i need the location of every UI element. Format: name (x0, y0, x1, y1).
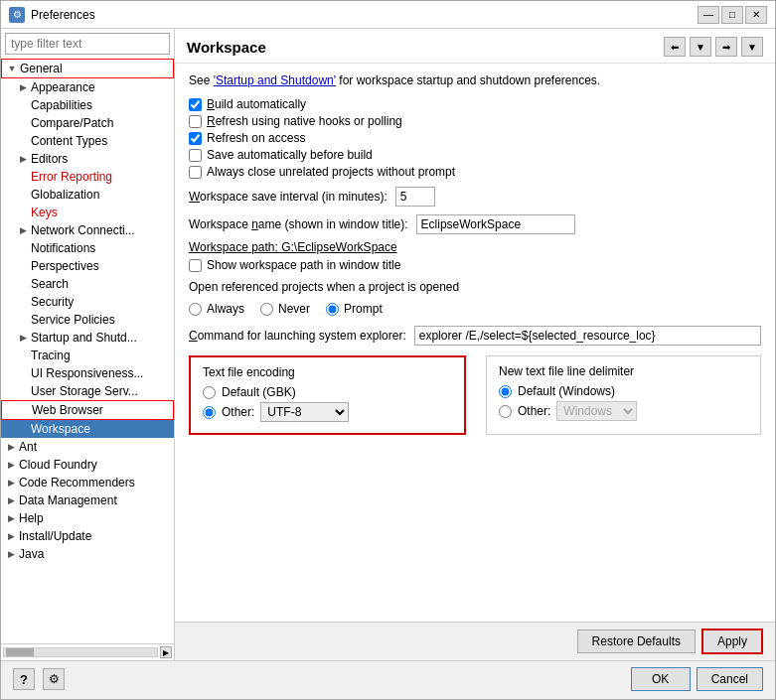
never-radio[interactable] (260, 303, 273, 316)
sidebar-item-label-general: General (20, 62, 63, 75)
show-path-checkbox[interactable] (189, 259, 202, 272)
save-auto-checkbox[interactable] (189, 149, 202, 162)
sidebar-item-label-editors: Editors (31, 152, 68, 166)
apply-button[interactable]: Apply (701, 629, 763, 654)
sidebar-item-globalization[interactable]: Globalization (1, 186, 174, 204)
default-windows-radio[interactable] (499, 385, 512, 398)
workspace-path-label: Workspace path: G:\EclipseWorkSpace (189, 240, 397, 254)
default-gbk-label[interactable]: Default (GBK) (222, 385, 296, 399)
other-encoding-radio[interactable] (203, 406, 216, 419)
expand-icon-tracing (17, 350, 29, 361)
sidebar-item-web-browser[interactable]: Web Browser (1, 400, 174, 420)
sidebar-item-cloud-foundry[interactable]: ▶ Cloud Foundry (1, 456, 174, 474)
close-unrelated-checkbox[interactable] (189, 166, 202, 179)
ok-button[interactable]: OK (631, 667, 691, 691)
restore-defaults-button[interactable]: Restore Defaults (577, 630, 696, 653)
expand-icon-webbrowser (18, 404, 30, 416)
sidebar-item-code-recommenders[interactable]: ▶ Code Recommenders (1, 474, 174, 491)
encoding-other-row: Other: UTF-8 UTF-16 ISO-8859-1 (203, 402, 452, 422)
default-gbk-radio[interactable] (203, 386, 216, 399)
default-windows-label[interactable]: Default (Windows) (518, 384, 615, 398)
encoding-section: Text file encoding Default (GBK) Other: … (189, 355, 761, 435)
other-delimiter-label[interactable]: Other: (518, 404, 550, 418)
close-unrelated-label[interactable]: Always close unrelated projects without … (207, 165, 455, 179)
back-button[interactable]: ⬅ (664, 37, 686, 57)
sidebar-item-error-reporting[interactable]: Error Reporting (1, 168, 174, 186)
expand-icon-help: ▶ (5, 512, 17, 524)
sidebar-item-install-update[interactable]: ▶ Install/Update (1, 527, 174, 545)
desc-prefix: See (189, 73, 214, 87)
sidebar-item-help[interactable]: ▶ Help (1, 509, 174, 527)
prompt-radio[interactable] (326, 303, 339, 316)
expand-icon-ant: ▶ (5, 441, 17, 453)
sidebar-item-ant[interactable]: ▶ Ant (1, 438, 174, 456)
workspace-name-input[interactable] (416, 214, 575, 234)
workspace-name-label: Workspace name (shown in window title): (189, 217, 408, 231)
minimize-button[interactable]: — (698, 6, 719, 24)
save-interval-input[interactable] (395, 187, 435, 207)
other-encoding-label[interactable]: Other: (222, 405, 254, 419)
sidebar-item-general[interactable]: ▼ General (1, 59, 174, 78)
filter-input[interactable] (5, 33, 170, 55)
build-auto-label[interactable]: Build automatically (207, 97, 306, 111)
save-interval-label: Workspace save interval (in minutes): (189, 190, 388, 204)
sidebar-item-java[interactable]: ▶ Java (1, 545, 174, 563)
refresh-access-checkbox[interactable] (189, 132, 202, 145)
sidebar-item-perspectives[interactable]: Perspectives (1, 257, 174, 275)
help-icon-button[interactable]: ? (13, 668, 35, 690)
command-input[interactable] (414, 326, 761, 346)
maximize-button[interactable]: □ (721, 6, 743, 24)
delimiter-select[interactable]: Windows Unix Mac OS X (556, 401, 637, 421)
expand-icon-security (17, 296, 29, 308)
checkbox-refresh-native: Refresh using native hooks or polling (189, 114, 761, 128)
save-auto-label[interactable]: Save automatically before build (207, 148, 373, 162)
settings-icon-button[interactable]: ⚙ (43, 668, 65, 690)
sidebar-item-keys[interactable]: Keys (1, 204, 174, 221)
h-scrollbar[interactable] (3, 647, 158, 657)
back-dropdown-button[interactable]: ▼ (690, 37, 711, 57)
sidebar-item-workspace[interactable]: Workspace (1, 420, 174, 438)
encoding-select[interactable]: UTF-8 UTF-16 ISO-8859-1 (260, 402, 349, 422)
always-radio[interactable] (189, 303, 202, 316)
scroll-right-btn[interactable]: ▶ (160, 646, 172, 658)
sidebar-item-label-compare: Compare/Patch (31, 116, 113, 130)
sidebar-item-label-security: Security (31, 295, 74, 309)
show-path-label[interactable]: Show workspace path in window title (207, 258, 400, 272)
desc-suffix: for workspace startup and shutdown prefe… (336, 73, 600, 87)
cancel-button[interactable]: Cancel (697, 667, 763, 691)
sidebar-item-ui[interactable]: UI Responsiveness... (1, 364, 174, 382)
refresh-native-checkbox[interactable] (189, 115, 202, 128)
dialog-footer: ? ⚙ OK Cancel (1, 660, 775, 699)
startup-shutdown-link[interactable]: 'Startup and Shutdown' (214, 73, 336, 87)
refresh-native-label[interactable]: Refresh using native hooks or polling (207, 114, 402, 128)
forward-dropdown-button[interactable]: ▼ (741, 37, 763, 57)
encoding-default-row: Default (GBK) (203, 385, 452, 399)
sidebar-item-editors[interactable]: ▶ Editors (1, 150, 174, 168)
prompt-label[interactable]: Prompt (344, 302, 383, 316)
sidebar-item-compare-patch[interactable]: Compare/Patch (1, 114, 174, 132)
sidebar-item-tracing[interactable]: Tracing (1, 347, 174, 364)
sidebar-item-service-policies[interactable]: Service Policies (1, 311, 174, 329)
sidebar-item-startup[interactable]: ▶ Startup and Shutd... (1, 329, 174, 347)
sidebar-item-data-mgmt[interactable]: ▶ Data Management (1, 491, 174, 509)
forward-button[interactable]: ➡ (715, 37, 737, 57)
never-label[interactable]: Never (278, 302, 310, 316)
sidebar-item-user-storage[interactable]: User Storage Serv... (1, 382, 174, 400)
sidebar-item-network[interactable]: ▶ Network Connecti... (1, 221, 174, 239)
expand-icon-service (17, 314, 29, 326)
build-auto-checkbox[interactable] (189, 98, 202, 111)
sidebar-item-search[interactable]: Search (1, 275, 174, 293)
expand-icon-glob (17, 189, 29, 201)
refresh-access-label[interactable]: Refresh on access (207, 131, 305, 145)
sidebar-item-security[interactable]: Security (1, 293, 174, 311)
sidebar-item-content-types[interactable]: Content Types (1, 132, 174, 150)
sidebar-item-capabilities[interactable]: Capabilities (1, 96, 174, 114)
always-label[interactable]: Always (207, 302, 244, 316)
other-delimiter-radio[interactable] (499, 405, 512, 418)
sidebar-item-notifications[interactable]: Notifications (1, 239, 174, 257)
sidebar-item-appearance[interactable]: ▶ Appearance (1, 78, 174, 96)
sidebar-item-label-search: Search (31, 277, 69, 291)
expand-icon-compare (17, 117, 29, 129)
expand-icon-ui (17, 367, 29, 379)
close-button[interactable]: ✕ (745, 6, 767, 24)
